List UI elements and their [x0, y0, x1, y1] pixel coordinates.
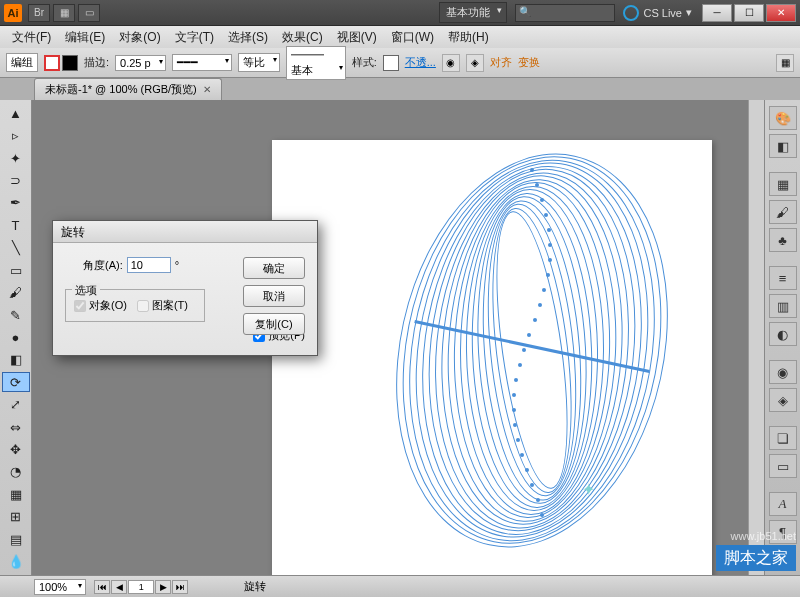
stroke-weight-input[interactable]: 0.25 p [115, 55, 166, 71]
current-tool-label: 旋转 [244, 579, 266, 594]
options-bar: 编组 描边: 0.25 p ━━━ 等比 ━━━ 基本 样式: 不透... ◉ … [0, 48, 800, 78]
status-bar: 100% ⏮ ◀ 1 ▶ ⏭ 旋转 [0, 575, 800, 597]
eyedropper-tool[interactable]: 💧 [2, 551, 30, 571]
menu-effect[interactable]: 效果(C) [276, 27, 329, 48]
magic-wand-tool[interactable]: ✦ [2, 148, 30, 168]
angle-input[interactable] [127, 257, 171, 273]
pencil-tool[interactable]: ✎ [2, 305, 30, 325]
direct-selection-tool[interactable]: ▹ [2, 125, 30, 145]
artboard: ✦ [272, 140, 712, 575]
paintbrush-tool[interactable]: 🖌 [2, 282, 30, 302]
close-tab-icon[interactable]: ✕ [203, 84, 211, 95]
transparency-panel-icon[interactable]: ◐ [769, 322, 797, 346]
color-guide-icon[interactable]: ◧ [769, 134, 797, 158]
type-tool[interactable]: T [2, 215, 30, 235]
blob-brush-tool[interactable]: ● [2, 327, 30, 347]
minimize-button[interactable]: ─ [702, 4, 732, 22]
close-button[interactable]: ✕ [766, 4, 796, 22]
artboard-nav: ⏮ ◀ 1 ▶ ⏭ [94, 580, 188, 594]
brush-definition[interactable]: ━━━ 基本 [286, 46, 346, 80]
lasso-tool[interactable]: ⊃ [2, 170, 30, 190]
cancel-button[interactable]: 取消 [243, 285, 305, 307]
isolate-icon[interactable]: ◈ [466, 54, 484, 72]
workspace-selector[interactable]: 基本功能 [439, 2, 507, 23]
color-panel-icon[interactable]: 🎨 [769, 106, 797, 130]
stroke-scale[interactable]: 等比 [238, 53, 280, 72]
mesh-tool[interactable]: ⊞ [2, 507, 30, 527]
arrange-docs-button[interactable]: ▦ [53, 4, 75, 22]
align-link[interactable]: 对齐 [490, 55, 512, 70]
selection-tool[interactable]: ▲ [2, 103, 30, 123]
cs-live-button[interactable]: CS Live ▾ [623, 5, 692, 21]
options-menu-icon[interactable]: ▦ [776, 54, 794, 72]
artwork-ellipses[interactable] [392, 150, 672, 550]
search-input[interactable] [515, 4, 615, 22]
shape-builder-tool[interactable]: ◔ [2, 462, 30, 482]
transform-link[interactable]: 变换 [518, 55, 540, 70]
next-artboard-button[interactable]: ▶ [155, 580, 171, 594]
free-transform-tool[interactable]: ✥ [2, 439, 30, 459]
dialog-title[interactable]: 旋转 [53, 221, 317, 243]
menu-select[interactable]: 选择(S) [222, 27, 274, 48]
menu-object[interactable]: 对象(O) [113, 27, 166, 48]
menu-bar: 文件(F) 编辑(E) 对象(O) 文字(T) 选择(S) 效果(C) 视图(V… [0, 26, 800, 48]
pen-tool[interactable]: ✒ [2, 193, 30, 213]
recolor-icon[interactable]: ◉ [442, 54, 460, 72]
gradient-tool[interactable]: ▤ [2, 529, 30, 549]
bridge-button[interactable]: Br [28, 4, 50, 22]
stroke-panel-icon[interactable]: ≡ [769, 266, 797, 290]
brushes-panel-icon[interactable]: 🖌 [769, 200, 797, 224]
degree-symbol: ° [175, 259, 179, 271]
ok-button[interactable]: 确定 [243, 257, 305, 279]
first-artboard-button[interactable]: ⏮ [94, 580, 110, 594]
graphic-style[interactable] [383, 55, 399, 71]
rectangle-tool[interactable]: ▭ [2, 260, 30, 280]
gradient-panel-icon[interactable]: ▥ [769, 294, 797, 318]
variable-width-profile[interactable]: ━━━ [172, 54, 232, 71]
width-tool[interactable]: ⇔ [2, 417, 30, 437]
character-panel-icon[interactable]: A [769, 492, 797, 516]
last-artboard-button[interactable]: ⏭ [172, 580, 188, 594]
panel-dock: 🎨 ◧ ▦ 🖌 ♣ ≡ ▥ ◐ ◉ ◈ ❏ ▭ A ¶ [764, 100, 800, 575]
graphic-styles-icon[interactable]: ◈ [769, 388, 797, 412]
screen-mode-button[interactable]: ▭ [78, 4, 100, 22]
patterns-checkbox[interactable]: 图案(T) [137, 298, 188, 313]
appearance-panel-icon[interactable]: ◉ [769, 360, 797, 384]
artboard-number[interactable]: 1 [128, 580, 154, 594]
options-legend: 选项 [72, 283, 100, 298]
objects-checkbox[interactable]: 对象(O) [74, 298, 127, 313]
menu-edit[interactable]: 编辑(E) [59, 27, 111, 48]
fill-swatch[interactable] [44, 55, 60, 71]
menu-type[interactable]: 文字(T) [169, 27, 220, 48]
swatches-panel-icon[interactable]: ▦ [769, 172, 797, 196]
title-bar: Ai Br ▦ ▭ 基本功能 CS Live ▾ ─ ☐ ✕ [0, 0, 800, 26]
copy-button[interactable]: 复制(C) [243, 313, 305, 335]
document-tab-bar: 未标题-1* @ 100% (RGB/预览) ✕ [0, 78, 800, 100]
vertical-scrollbar[interactable] [748, 100, 764, 575]
style-label: 样式: [352, 55, 377, 70]
toolbox: ▲ ▹ ✦ ⊃ ✒ T ╲ ▭ 🖌 ✎ ● ◧ ⟳ ⤢ ⇔ ✥ ◔ ▦ ⊞ ▤ … [0, 100, 32, 575]
layers-panel-icon[interactable]: ❏ [769, 426, 797, 450]
perspective-tool[interactable]: ▦ [2, 484, 30, 504]
stroke-swatch[interactable] [62, 55, 78, 71]
artboards-panel-icon[interactable]: ▭ [769, 454, 797, 478]
eraser-tool[interactable]: ◧ [2, 350, 30, 370]
menu-view[interactable]: 视图(V) [331, 27, 383, 48]
rotate-tool[interactable]: ⟳ [2, 372, 30, 392]
stroke-label: 描边: [84, 55, 109, 70]
scale-tool[interactable]: ⤢ [2, 394, 30, 414]
menu-window[interactable]: 窗口(W) [385, 27, 440, 48]
menu-help[interactable]: 帮助(H) [442, 27, 495, 48]
prev-artboard-button[interactable]: ◀ [111, 580, 127, 594]
maximize-button[interactable]: ☐ [734, 4, 764, 22]
symbols-panel-icon[interactable]: ♣ [769, 228, 797, 252]
rotate-dialog: 旋转 确定 取消 复制(C) 角度(A): ° 选项 对象(O) 图案(T) 预… [52, 220, 318, 356]
watermark: www.jb51.net 脚本之家 [716, 529, 796, 571]
document-tab[interactable]: 未标题-1* @ 100% (RGB/预览) ✕ [34, 78, 222, 100]
line-tool[interactable]: ╲ [2, 238, 30, 258]
opacity-link[interactable]: 不透... [405, 55, 436, 70]
menu-file[interactable]: 文件(F) [6, 27, 57, 48]
app-logo: Ai [4, 4, 22, 22]
selection-type[interactable]: 编组 [6, 53, 38, 72]
zoom-selector[interactable]: 100% [34, 579, 86, 595]
